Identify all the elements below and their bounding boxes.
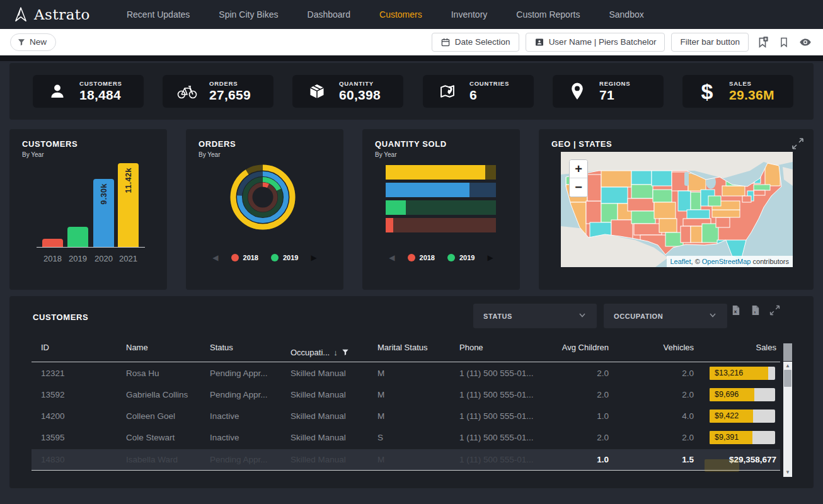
kpi-label: REGIONS bbox=[599, 80, 630, 87]
nav-item-custom-reports[interactable]: Custom Reports bbox=[516, 9, 580, 20]
person-icon bbox=[47, 81, 68, 102]
kpi-label: SALES bbox=[729, 80, 774, 87]
table-actions: x , bbox=[730, 304, 781, 316]
x-tick-2020: 2020 bbox=[91, 254, 117, 263]
nav-item-dashboard[interactable]: Dashboard bbox=[308, 9, 351, 20]
x-tick-2021: 2021 bbox=[115, 254, 141, 263]
kpi-label: COUNTRIES bbox=[469, 80, 509, 87]
legend-next-arrow[interactable]: ▶ bbox=[487, 253, 493, 262]
expand-icon[interactable] bbox=[791, 137, 805, 151]
kpi-label: CUSTOMERS bbox=[79, 80, 122, 87]
table-row[interactable]: 13592 Gabriella Collins Pending Appr... … bbox=[32, 384, 780, 405]
legend-prev-arrow[interactable]: ◀ bbox=[212, 253, 218, 262]
table-header-row: ID Name Status Occupati... ↓ Marital Sta… bbox=[32, 343, 780, 362]
col-header-id[interactable]: ID bbox=[32, 343, 117, 362]
chart-title: QUANTITY SOLD bbox=[375, 139, 520, 149]
chart-title: ORDERS bbox=[199, 139, 343, 149]
chevron-down-icon bbox=[708, 311, 717, 322]
legend-item-2019[interactable]: 2019 bbox=[271, 254, 298, 261]
kpi-customers: CUSTOMERS 18,484 bbox=[33, 75, 144, 108]
kpi-label: QUANTITY bbox=[339, 80, 381, 87]
bar-value-label: 9.30k bbox=[100, 183, 108, 205]
column-filter-icon[interactable] bbox=[342, 348, 349, 356]
funnel-icon bbox=[17, 38, 26, 47]
col-header-name[interactable]: Name bbox=[117, 343, 200, 362]
chart-subtitle: By Year bbox=[375, 151, 520, 158]
legend-item-2019[interactable]: 2019 bbox=[447, 254, 475, 261]
scroll-down-arrow[interactable]: ▼ bbox=[783, 469, 792, 476]
table-row[interactable]: 12321 Rosa Hu Pending Appr... Skilled Ma… bbox=[32, 362, 780, 384]
hbar-2018[interactable] bbox=[386, 218, 496, 232]
excel-export-icon[interactable]: x bbox=[730, 304, 742, 316]
scrollbar-thumb[interactable] bbox=[784, 370, 791, 387]
bar-2018[interactable] bbox=[42, 239, 63, 247]
bar-2019[interactable] bbox=[67, 227, 88, 247]
legend-next-arrow[interactable]: ▶ bbox=[311, 253, 316, 262]
orders-radial-chart[interactable] bbox=[221, 156, 304, 241]
zoom-out-button[interactable]: − bbox=[570, 178, 587, 197]
nav-items: Recent Updates Spin City Bikes Dashboard… bbox=[127, 9, 644, 20]
quantity-sold-chart-card: QUANTITY SOLD By Year ◀ 2018 bbox=[362, 129, 520, 290]
occupation-filter-dropdown[interactable]: OCCUPATION bbox=[604, 304, 727, 328]
nav-item-sandbox[interactable]: Sandbox bbox=[609, 9, 643, 20]
filter-bar-button[interactable]: Filter bar button bbox=[671, 33, 749, 52]
table-scrollbar[interactable]: ▲ ▼ bbox=[783, 343, 792, 477]
table-row[interactable]: 14200 Colleen Goel Inactive Skilled Manu… bbox=[32, 405, 780, 427]
customers-bar-chart: 9.30k 11.42k 2018 2019 2020 2021 bbox=[9, 129, 167, 290]
hbar-2019[interactable] bbox=[386, 200, 496, 215]
legend-item-2018[interactable]: 2018 bbox=[231, 254, 258, 261]
kpi-label: ORDERS bbox=[209, 80, 251, 87]
bookmark-icon[interactable] bbox=[776, 35, 791, 50]
col-header-phone[interactable]: Phone bbox=[450, 343, 542, 362]
col-header-occupation[interactable]: Occupati... ↓ bbox=[281, 343, 368, 362]
nav-item-inventory[interactable]: Inventory bbox=[451, 9, 488, 20]
package-icon bbox=[306, 81, 328, 102]
legend-prev-arrow[interactable]: ◀ bbox=[389, 253, 394, 262]
us-states-map[interactable]: + − Leaflet, © OpenStreetMap contributor… bbox=[561, 152, 793, 267]
kpi-orders: ORDERS 27,659 bbox=[163, 75, 273, 108]
nav-item-customers[interactable]: Customers bbox=[379, 9, 422, 20]
customers-table: ID Name Status Occupati... ↓ Marital Sta… bbox=[32, 343, 780, 471]
col-header-vehicles[interactable]: Vehicles bbox=[610, 343, 695, 362]
date-selection-button[interactable]: Date Selection bbox=[432, 33, 519, 52]
status-filter-dropdown[interactable]: STATUS bbox=[473, 304, 597, 328]
app-logo[interactable]: Astrato bbox=[13, 6, 90, 23]
x-tick-2019: 2019 bbox=[65, 254, 91, 263]
new-filter-chip[interactable]: New bbox=[10, 33, 56, 51]
expand-icon[interactable] bbox=[769, 304, 781, 316]
table-row[interactable]: 13595 Cole Stewart Inactive Skilled Manu… bbox=[32, 427, 780, 448]
scroll-up-arrow[interactable]: ▲ bbox=[783, 363, 792, 369]
kpi-quantity: QUANTITY 60,398 bbox=[292, 75, 403, 108]
csv-export-icon[interactable]: , bbox=[749, 304, 761, 316]
hbar-fill bbox=[386, 165, 485, 180]
hbar-2020[interactable] bbox=[386, 183, 496, 197]
ring-2021 bbox=[233, 168, 292, 227]
brand-name: Astrato bbox=[34, 6, 90, 23]
user-name-button[interactable]: User Name | Piers Batchelor bbox=[526, 33, 665, 52]
col-header-marital-status[interactable]: Marital Status bbox=[368, 343, 450, 362]
kpi-value: 29.36M bbox=[729, 88, 774, 103]
col-header-sales[interactable]: Sales bbox=[695, 343, 780, 362]
svg-text:x: x bbox=[734, 309, 737, 314]
eye-icon[interactable] bbox=[798, 35, 813, 50]
ghost-sales-bar bbox=[705, 459, 739, 472]
scrollbar-track[interactable]: ▲ ▼ bbox=[783, 362, 792, 477]
new-chip-label: New bbox=[30, 37, 47, 47]
leaflet-link[interactable]: Leaflet bbox=[670, 258, 691, 265]
zoom-in-button[interactable]: + bbox=[570, 160, 587, 178]
col-header-status[interactable]: Status bbox=[200, 343, 281, 362]
nav-item-recent-updates[interactable]: Recent Updates bbox=[127, 9, 190, 20]
hbar-2021[interactable] bbox=[386, 165, 496, 180]
kpi-value: 27,659 bbox=[209, 88, 251, 103]
legend-dot-2019 bbox=[271, 254, 279, 261]
bar-2021[interactable]: 11.42k bbox=[118, 163, 139, 247]
legend-item-2018[interactable]: 2018 bbox=[408, 254, 435, 261]
bar-2020[interactable]: 9.30k bbox=[93, 179, 114, 247]
nav-item-spin-city-bikes[interactable]: Spin City Bikes bbox=[219, 9, 278, 20]
sales-bar: $13,216 bbox=[710, 367, 775, 380]
openstreetmap-link[interactable]: OpenStreetMap bbox=[702, 258, 751, 265]
bicycle-icon bbox=[176, 81, 198, 102]
sort-descending-icon[interactable]: ↓ bbox=[333, 348, 338, 357]
col-header-avg-children[interactable]: Avg Children bbox=[542, 343, 610, 362]
add-bookmark-icon[interactable] bbox=[755, 35, 770, 50]
